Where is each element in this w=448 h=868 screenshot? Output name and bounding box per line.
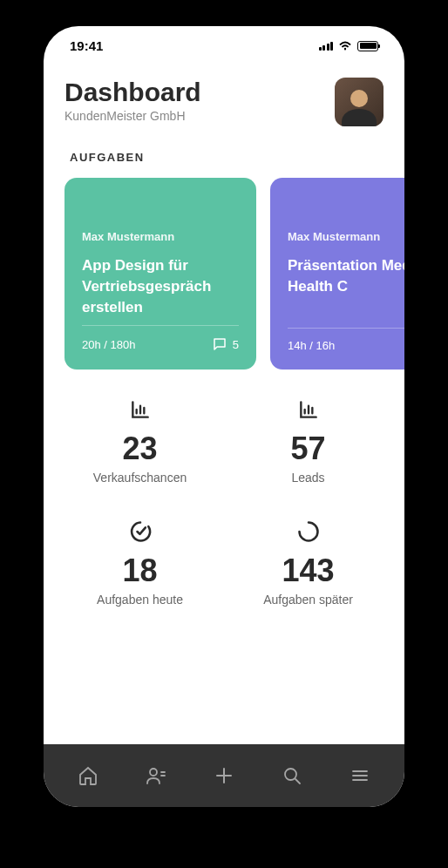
signal-icon [319,42,334,51]
svg-point-0 [344,48,346,50]
stat-value: 23 [122,431,157,467]
bar-chart-icon [129,397,152,422]
page-title: Dashboard [64,78,201,107]
nav-add[interactable] [205,756,243,795]
svg-point-1 [150,769,157,776]
card-hours: 14h / 16h [288,339,335,352]
header-text: Dashboard KundenMeister GmbH [64,78,201,123]
card-body: Max Mustermann App Design für Vertriebsg… [82,230,239,317]
check-circle-icon [128,519,153,544]
main-content: Dashboard KundenMeister GmbH AUFGABEN Ma… [44,60,404,744]
phone-frame: 19:41 Dashboard KundenMeister GmbH AUFGA… [44,26,404,807]
nav-home[interactable] [69,756,107,795]
task-card[interactable]: Max Mustermann App Design für Vertriebsg… [64,178,256,370]
stat-leads[interactable]: 57 Leads [233,397,384,485]
card-footer: 14h / 16h [288,328,404,352]
bar-chart-icon [297,397,320,422]
card-footer: 20h / 180h 5 [82,325,239,352]
menu-icon [350,765,370,786]
stat-label: Verkaufschancen [93,471,187,485]
card-assignee: Max Mustermann [288,230,404,243]
card-comments: 5 [212,336,239,352]
bottom-nav [44,744,404,807]
page-subtitle: KundenMeister GmbH [64,109,201,123]
battery-icon [357,41,378,51]
card-assignee: Max Mustermann [82,230,239,243]
comment-icon [212,336,227,352]
card-title: App Design für Vertriebsgespräch erstell… [82,255,239,317]
stat-verkaufschancen[interactable]: 23 Verkaufschancen [64,397,215,485]
stat-label: Aufgaben heute [97,593,183,607]
plus-icon [214,765,234,786]
stat-aufgaben-spaeter[interactable]: 143 Aufgaben später [233,519,384,607]
stat-label: Aufgaben später [263,593,353,607]
stat-value: 57 [290,431,325,467]
nav-contacts[interactable] [137,756,175,795]
status-bar: 19:41 [44,26,404,60]
status-indicators [319,38,379,53]
avatar[interactable] [335,78,384,126]
task-card[interactable]: Max Mustermann Präsentation Medical Heal… [270,178,404,370]
card-body: Max Mustermann Präsentation Medical Heal… [288,230,404,297]
stat-value: 18 [122,553,157,589]
stat-label: Leads [291,471,324,485]
nav-menu[interactable] [341,756,379,795]
svg-point-2 [285,769,296,780]
stat-value: 143 [282,553,334,589]
progress-circle-icon [296,519,321,544]
stat-aufgaben-heute[interactable]: 18 Aufgaben heute [64,519,215,607]
home-icon [78,765,98,786]
tasks-section-title: AUFGABEN [70,151,404,164]
task-cards[interactable]: Max Mustermann App Design für Vertriebsg… [64,178,404,370]
header: Dashboard KundenMeister GmbH [64,78,404,126]
card-title: Präsentation Medical Health C [288,255,404,297]
card-hours: 20h / 180h [82,338,135,351]
stats-grid: 23 Verkaufschancen 57 Leads 18 Aufgaben … [64,397,404,607]
wifi-icon [338,38,352,53]
contacts-icon [146,765,166,786]
comment-count: 5 [233,338,239,351]
search-icon [282,765,302,786]
status-time: 19:41 [70,38,103,53]
nav-search[interactable] [273,756,311,795]
